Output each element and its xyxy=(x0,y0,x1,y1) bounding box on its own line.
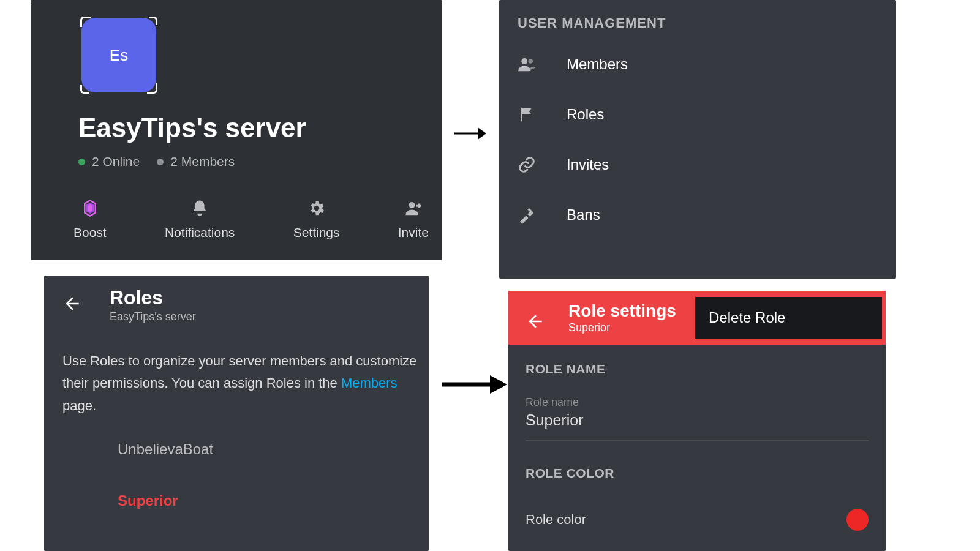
tutorial-arrow-icon xyxy=(440,373,507,395)
roles-description: Use Roles to organize your server member… xyxy=(62,350,418,417)
server-icon-initials: Es xyxy=(110,46,128,65)
svg-point-2 xyxy=(529,59,533,64)
online-status: 2 Online xyxy=(78,154,140,169)
server-icon[interactable]: Es xyxy=(81,18,156,92)
svg-point-0 xyxy=(409,202,415,208)
grey-dot-icon xyxy=(157,159,164,165)
online-count: 2 Online xyxy=(92,154,140,169)
invites-item[interactable]: Invites xyxy=(518,156,628,174)
members-item[interactable]: Members xyxy=(518,55,628,73)
members-status: 2 Members xyxy=(157,154,235,169)
delete-role-label: Delete Role xyxy=(709,309,785,326)
role-name-section-label: ROLE NAME xyxy=(526,362,869,377)
bell-icon xyxy=(190,199,209,217)
invites-item-label: Invites xyxy=(567,156,609,173)
roles-item[interactable]: Roles xyxy=(518,105,628,124)
server-profile-panel: Es EasyTips's server 2 Online 2 Members … xyxy=(31,0,442,260)
role-color-swatch[interactable] xyxy=(846,509,869,531)
members-icon xyxy=(518,55,536,73)
settings-button[interactable]: Settings xyxy=(293,199,340,240)
flag-icon xyxy=(518,105,536,124)
roles-screen-panel: Roles EasyTips's server Use Roles to org… xyxy=(44,276,429,551)
bans-item[interactable]: Bans xyxy=(518,206,628,224)
role-name-small-label: Role name xyxy=(526,396,869,409)
role-color-label: Role color xyxy=(526,512,586,528)
user-management-panel: USER MANAGEMENT Members Roles Invites Ba… xyxy=(499,0,896,279)
roles-subtitle: EasyTips's server xyxy=(110,310,196,323)
gear-icon xyxy=(307,199,326,217)
user-management-list: Members Roles Invites Bans xyxy=(518,55,628,224)
members-link[interactable]: Members xyxy=(341,375,398,391)
settings-label: Settings xyxy=(293,225,340,240)
back-arrow-icon[interactable] xyxy=(526,312,545,331)
divider xyxy=(526,440,869,441)
invite-icon xyxy=(404,199,423,217)
members-item-label: Members xyxy=(567,56,628,73)
role-settings-subtitle: Superior xyxy=(568,321,676,334)
tutorial-arrow-icon xyxy=(453,125,487,142)
online-dot-icon xyxy=(78,159,85,165)
bans-item-label: Bans xyxy=(567,206,600,223)
role-color-section: ROLE COLOR Role color xyxy=(526,466,869,531)
members-count: 2 Members xyxy=(170,154,235,169)
server-status-row: 2 Online 2 Members xyxy=(78,154,235,169)
roles-header: Roles EasyTips's server xyxy=(62,287,196,323)
server-name: EasyTips's server xyxy=(78,113,306,143)
notifications-label: Notifications xyxy=(165,225,235,240)
svg-point-1 xyxy=(521,58,527,64)
role-settings-title: Role settings xyxy=(568,301,676,321)
delete-role-button[interactable]: Delete Role xyxy=(695,297,882,339)
invite-button[interactable]: Invite xyxy=(398,199,429,240)
server-action-row: Boost Notifications Settings Invite xyxy=(74,199,429,240)
roles-desc-suffix: page. xyxy=(62,398,96,413)
role-color-section-label: ROLE COLOR xyxy=(526,466,869,481)
boost-label: Boost xyxy=(74,225,107,240)
hammer-icon xyxy=(518,206,536,224)
roles-title: Roles xyxy=(110,287,196,309)
role-name-section: ROLE NAME Role name Superior xyxy=(526,362,869,441)
invite-label: Invite xyxy=(398,225,429,240)
notifications-button[interactable]: Notifications xyxy=(165,199,235,240)
role-list: UnbelievaBoat Superior xyxy=(118,441,213,509)
boost-icon xyxy=(81,199,99,217)
role-item-superior[interactable]: Superior xyxy=(118,492,213,509)
role-item-unbelievaboat[interactable]: UnbelievaBoat xyxy=(118,441,213,458)
boost-button[interactable]: Boost xyxy=(74,199,107,240)
role-settings-panel: Role settings Superior Delete Role ROLE … xyxy=(508,291,886,551)
role-settings-header: Role settings Superior Delete Role xyxy=(508,291,886,345)
back-arrow-icon[interactable] xyxy=(62,294,82,313)
roles-item-label: Roles xyxy=(567,106,604,123)
user-management-heading: USER MANAGEMENT xyxy=(518,15,666,31)
role-name-input[interactable]: Superior xyxy=(526,411,869,429)
link-icon xyxy=(518,156,536,174)
